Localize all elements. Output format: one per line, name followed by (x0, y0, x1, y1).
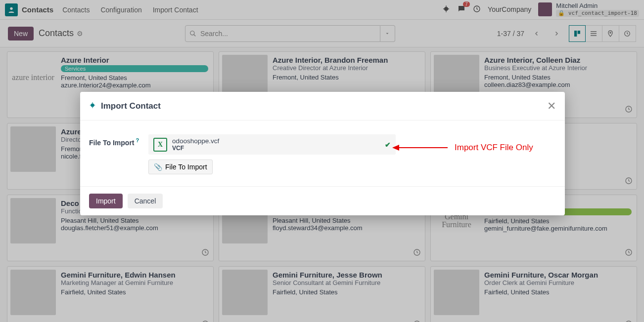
success-check-icon: ✔ (385, 141, 391, 149)
paperclip-icon: 📎 (154, 163, 162, 171)
svg-point-23 (91, 104, 94, 107)
file-name: odooshoppe.vcf (172, 137, 219, 145)
import-button[interactable]: Import (89, 194, 123, 208)
help-icon[interactable]: ? (135, 137, 139, 143)
cancel-button[interactable]: Cancel (128, 194, 163, 208)
file-type-icon: X (153, 138, 167, 152)
uploaded-file-row: X odooshoppe.vcf VCF ✔ (148, 134, 396, 155)
file-type: VCF (172, 145, 219, 152)
bug-icon (89, 102, 96, 110)
import-contact-modal: Import Contact ✕ File To Import ? X odoo… (80, 92, 565, 215)
modal-title: Import Contact (101, 101, 161, 111)
file-upload-button[interactable]: 📎 File To Import (148, 160, 213, 174)
field-label-file: File To Import ? (89, 134, 148, 174)
close-icon[interactable]: ✕ (547, 100, 556, 113)
